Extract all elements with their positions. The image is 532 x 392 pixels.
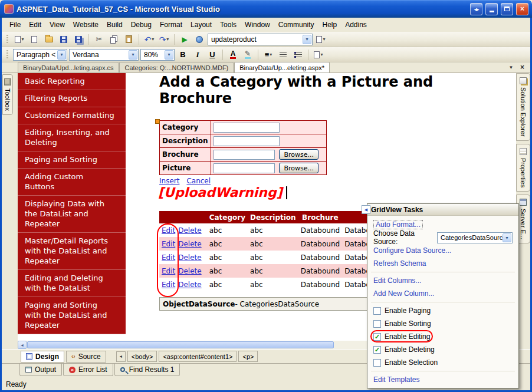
tag-nav-body[interactable]: <body>: [127, 351, 157, 362]
enable-selection-checkbox[interactable]: [373, 359, 381, 367]
toolbox-tab[interactable]: Toolbox: [2, 74, 13, 115]
menu-file[interactable]: File: [5, 19, 25, 31]
cancel-link[interactable]: Cancel: [186, 177, 211, 185]
font-size-combo[interactable]: 80% ▾: [140, 49, 175, 61]
description-input[interactable]: [214, 136, 280, 146]
maximize-button[interactable]: [501, 3, 513, 15]
font-name-combo[interactable]: Verdana ▾: [69, 49, 139, 61]
nav-item-editing-datalist[interactable]: Editing and Deleting with the DataList: [18, 270, 126, 297]
font-color-button[interactable]: A: [226, 48, 239, 61]
nav-item-editing-inserting-deleting[interactable]: Editing, Inserting, and Deleting: [18, 124, 126, 151]
validation-button[interactable]: ▾: [312, 48, 325, 61]
close-button[interactable]: ×: [516, 3, 528, 15]
enable-paging-checkbox[interactable]: [373, 307, 381, 315]
doc-tab-active-aspx[interactable]: BinaryData/Up...eleting.aspx*: [234, 62, 330, 73]
save-all-button[interactable]: [72, 33, 85, 46]
menu-tools[interactable]: Tools: [216, 19, 241, 31]
category-input[interactable]: [214, 123, 280, 133]
paste-button[interactable]: [122, 33, 135, 46]
tab-list-dropdown-button[interactable]: ▼: [507, 63, 515, 71]
nav-item-custom-buttons[interactable]: Adding Custom Buttons: [18, 169, 126, 196]
bold-button[interactable]: B: [176, 48, 189, 61]
properties-tab[interactable]: Properties: [516, 144, 530, 192]
nav-item-paging-sorting[interactable]: Paging and Sorting: [18, 151, 126, 169]
enable-deleting-checkbox[interactable]: ✓: [373, 346, 381, 354]
nav-item-customized-formatting[interactable]: Customized Formatting: [18, 107, 126, 124]
tag-nav-p[interactable]: <p>: [238, 351, 258, 362]
combo-arrow-icon[interactable]: ▾: [57, 50, 66, 60]
redo-button[interactable]: ↷▾: [157, 33, 170, 46]
delete-link[interactable]: Delete: [178, 281, 201, 289]
minimize-button[interactable]: [485, 3, 498, 15]
source-view-button[interactable]: ‹› Source: [66, 351, 106, 363]
tag-nav-asp-content[interactable]: <asp:content#content1>: [159, 351, 237, 362]
tag-navigator-scroll-button[interactable]: ◄: [116, 351, 126, 362]
error-list-tab[interactable]: × Error List: [63, 364, 113, 376]
nav-item-datalist-repeater[interactable]: Displaying Data with the DataList and Re…: [18, 196, 126, 233]
delete-link[interactable]: Delete: [178, 267, 201, 275]
start-debug-button[interactable]: ▶: [178, 33, 191, 46]
picture-browse-button[interactable]: Browse...: [279, 163, 318, 173]
save-button[interactable]: [57, 33, 70, 46]
open-file-button[interactable]: [42, 33, 55, 46]
menu-community[interactable]: Community: [274, 19, 318, 31]
smart-tag-button[interactable]: ◀: [362, 205, 370, 214]
bullet-list-button[interactable]: [291, 48, 304, 61]
objectdatasource-control[interactable]: ObjectDataSource - CategoriesDataSource: [159, 297, 370, 311]
insert-link[interactable]: Insert: [159, 177, 179, 185]
scroll-left-button[interactable]: ◄: [18, 341, 27, 349]
combo-arrow-icon[interactable]: ▾: [503, 233, 511, 242]
nav-item-filtering-reports[interactable]: Filtering Reports: [18, 90, 126, 107]
nav-item-paging-datalist[interactable]: Paging and Sorting with the DataList and…: [18, 297, 126, 334]
delete-link[interactable]: Delete: [178, 253, 201, 262]
design-view-button[interactable]: Design: [21, 351, 64, 363]
browse-with-button[interactable]: [193, 33, 206, 46]
cut-button[interactable]: ✂: [93, 33, 106, 46]
enable-editing-checkbox[interactable]: ✓: [373, 333, 381, 341]
tab-close-button[interactable]: ×: [518, 63, 527, 71]
combo-arrow-icon[interactable]: ▾: [303, 35, 311, 44]
edit-templates-link[interactable]: Edit Templates: [373, 375, 420, 384]
menu-debug[interactable]: Debug: [127, 19, 156, 31]
enable-sorting-checkbox[interactable]: [373, 320, 381, 328]
menu-edit[interactable]: Edit: [25, 19, 45, 31]
menu-window[interactable]: Window: [241, 19, 274, 31]
edit-columns-link[interactable]: Edit Columns...: [373, 276, 421, 285]
refresh-schema-link[interactable]: Refresh Schema: [373, 259, 426, 268]
solution-explorer-tab[interactable]: Solution Explorer: [516, 73, 530, 141]
block-format-combo[interactable]: Paragraph < ▾: [13, 49, 67, 61]
data-source-combo[interactable]: CategoriesDataSource ▾: [437, 232, 513, 243]
menu-view[interactable]: View: [45, 19, 69, 31]
brochure-input[interactable]: [214, 150, 275, 160]
menu-website[interactable]: Website: [69, 19, 103, 31]
highlight-button[interactable]: ✎: [241, 48, 254, 61]
delete-link[interactable]: Delete: [178, 226, 201, 235]
menu-build[interactable]: Build: [103, 19, 127, 31]
find-results-tab[interactable]: Find Results 1: [114, 364, 180, 376]
add-new-column-link[interactable]: Add New Column...: [373, 289, 434, 298]
undo-button[interactable]: ↶▾: [143, 33, 156, 46]
doc-tab-database[interactable]: Categories: Q:...NORTHWND.MDF): [119, 62, 234, 73]
copy-button[interactable]: [107, 33, 120, 46]
delete-link[interactable]: Delete: [178, 240, 201, 248]
output-tab[interactable]: Output: [19, 364, 62, 376]
configure-data-source-link[interactable]: Configure Data Source...: [373, 246, 451, 255]
brochure-browse-button[interactable]: Browse...: [279, 149, 318, 160]
find-in-files-button[interactable]: ▾: [314, 33, 327, 46]
align-button[interactable]: ≡▾: [262, 48, 275, 61]
picture-input[interactable]: [214, 163, 275, 173]
auto-format-link[interactable]: Auto Format...: [373, 220, 423, 229]
command-combo[interactable]: updateproduct ▾: [208, 34, 313, 45]
add-item-button[interactable]: [28, 33, 41, 46]
nav-item-master-detail[interactable]: Master/Detail Reports with the DataList …: [18, 233, 126, 270]
scrollbar-thumb[interactable]: [27, 341, 334, 348]
combo-arrow-icon[interactable]: ▾: [165, 50, 173, 60]
menu-help[interactable]: Help: [318, 19, 341, 31]
nav-item-basic-reporting[interactable]: Basic Reporting: [18, 73, 126, 90]
italic-button[interactable]: I: [191, 48, 204, 61]
new-file-button[interactable]: ▾: [13, 33, 26, 46]
numbered-list-button[interactable]: [277, 48, 290, 61]
dock-toggle-button[interactable]: ◀▶: [470, 3, 482, 15]
menu-layout[interactable]: Layout: [186, 19, 216, 31]
menu-format[interactable]: Format: [156, 19, 186, 31]
